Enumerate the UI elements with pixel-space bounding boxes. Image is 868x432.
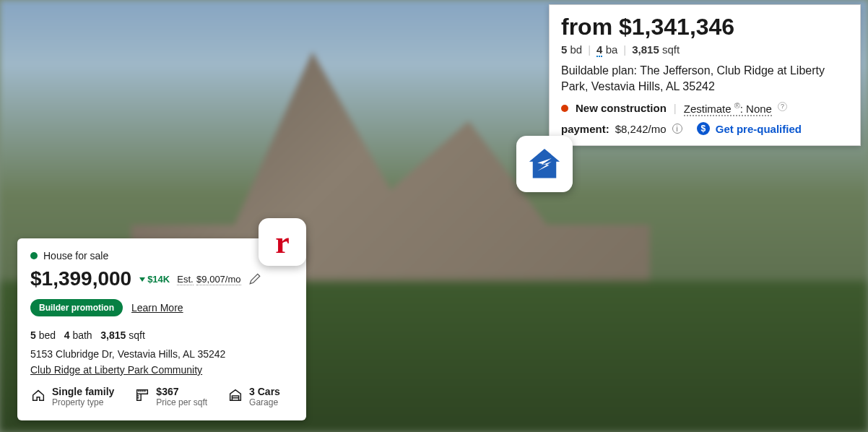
listing-price: $1,399,000 (30, 267, 131, 290)
new-construction-tag: New construction (576, 102, 667, 114)
bed-bath-sqft: 5 bed 4 bath 3,815 sqft (30, 329, 293, 341)
garage: 3 Cars Garage (227, 386, 280, 407)
info-icon[interactable]: i (672, 124, 682, 134)
payment-label: payment: (561, 123, 609, 135)
zillow-logo-icon (526, 145, 563, 183)
property-type: Single family Property type (30, 386, 114, 407)
zillow-logo-tile (516, 136, 573, 192)
payment-value: $8,242/mo (615, 123, 667, 135)
realtor-logo-icon: r (275, 224, 290, 261)
realtor-listing-card: House for sale $1,399,000 $14K Est. $9,0… (17, 238, 306, 420)
edit-icon[interactable] (248, 272, 261, 285)
listing-status: House for sale (30, 250, 293, 262)
learn-more-link[interactable]: Learn More (131, 302, 183, 314)
price-per-sqft: $367 Price per sqft (134, 386, 207, 407)
status-dot-icon (30, 252, 38, 259)
house-icon (30, 387, 46, 403)
price-change: $14K (139, 274, 170, 285)
realtor-logo-tile: r (259, 218, 306, 266)
zillow-description: Buildable plan: The Jefferson, Club Ridg… (561, 63, 849, 94)
down-arrow-icon (139, 275, 146, 282)
property-meta: Single family Property type $367 Price p… (30, 386, 293, 407)
zillow-listing-card: from $1,341,346 5 bd | 4 ba | 3,815 sqft… (549, 4, 861, 146)
garage-icon (227, 387, 243, 403)
status-dot-icon (561, 105, 568, 112)
help-icon[interactable]: ? (778, 102, 787, 111)
ruler-icon (134, 387, 150, 403)
zillow-price: from $1,341,346 (561, 14, 849, 40)
zestimate[interactable]: Zestimate®: None ? (684, 101, 787, 115)
community-link[interactable]: Club Ridge at Liberty Park Community (30, 364, 293, 376)
zillow-bed-bath-sqft: 5 bd | 4 ba | 3,815 sqft (561, 43, 849, 56)
status-text: House for sale (43, 250, 108, 262)
est-payment: Est. $9,007/mo (177, 272, 240, 285)
dollar-icon: $ (697, 122, 710, 135)
get-pre-qualified-link[interactable]: Get pre-qualified (716, 123, 802, 135)
builder-promotion-badge: Builder promotion (30, 299, 123, 316)
listing-address: 5153 Clubridge Dr, Vestavia Hills, AL 35… (30, 348, 293, 360)
